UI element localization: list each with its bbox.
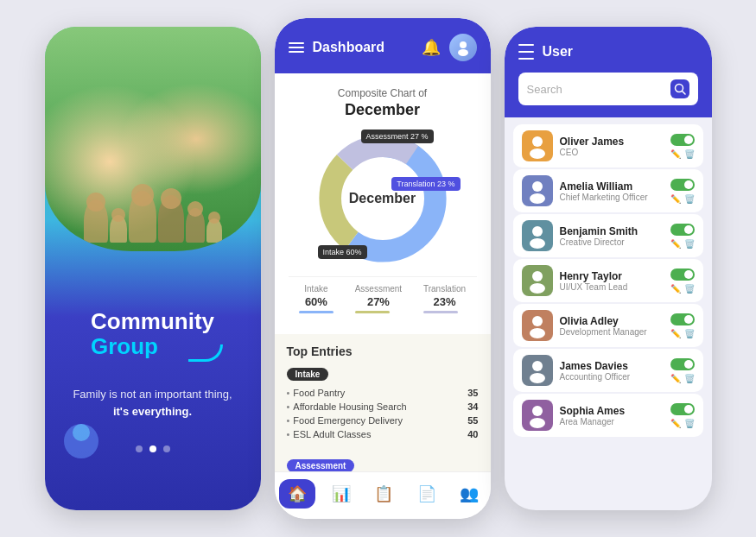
chart-icon: 📊 xyxy=(332,484,351,503)
brand-name: Community Group xyxy=(91,309,214,358)
user-actions-sophia: ✏️ 🗑️ xyxy=(670,403,695,428)
avatar-benjamin xyxy=(522,220,553,251)
search-container: Search xyxy=(505,73,712,117)
user-menu-icon[interactable] xyxy=(518,42,534,60)
dot-3[interactable] xyxy=(163,445,170,452)
svg-point-9 xyxy=(532,181,543,192)
edit-icon-henry[interactable]: ✏️ xyxy=(670,284,681,294)
dot-2[interactable] xyxy=(149,445,156,452)
toggle-amelia[interactable] xyxy=(670,179,695,191)
chart-title: December xyxy=(289,101,477,119)
tooltip-intake: Intake 60% xyxy=(318,245,367,259)
pagination-dots xyxy=(136,445,170,452)
toggle-oliver[interactable] xyxy=(670,134,695,146)
toggle-olivia[interactable] xyxy=(670,313,695,325)
nav-users[interactable]: 👥 xyxy=(453,481,486,507)
delete-icon-henry[interactable]: 🗑️ xyxy=(684,284,695,294)
user-actions-oliver: ✏️ 🗑️ xyxy=(670,134,695,159)
user-actions-amelia: ✏️ 🗑️ xyxy=(670,179,695,204)
entry-housing: •Affordable Housing Search 34 xyxy=(287,400,479,414)
phone-user: User Search Oliver James CEO xyxy=(505,27,712,510)
edit-icon-sophia[interactable]: ✏️ xyxy=(670,419,681,428)
user-list: Oliver James CEO ✏️ 🗑️ Amelia William Ch… xyxy=(505,117,712,510)
user-actions-olivia: ✏️ 🗑️ xyxy=(670,313,695,338)
user-info-oliver: Oliver James CEO xyxy=(560,136,664,157)
chart-legend: Intake 60% Assessment 27% Translation 23… xyxy=(289,276,477,320)
menu-icon[interactable] xyxy=(289,42,304,53)
avatar-amelia xyxy=(522,175,553,206)
avatar-henry xyxy=(522,265,553,296)
phone-community: Community Group Family is not an importa… xyxy=(45,27,261,510)
users-icon: 👥 xyxy=(460,484,479,503)
tooltip-assessment: Assessment 27 % xyxy=(361,130,434,143)
user-row-henry[interactable]: Henry Taylor UI/UX Team Lead ✏️ 🗑️ xyxy=(513,259,703,302)
svg-point-15 xyxy=(532,316,543,326)
family-photo xyxy=(45,27,261,251)
search-box: Search xyxy=(518,73,698,105)
toggle-sophia[interactable] xyxy=(670,403,695,415)
user-actions-james: ✏️ 🗑️ xyxy=(670,358,695,383)
svg-point-7 xyxy=(532,136,543,147)
user-actions-henry: ✏️ 🗑️ xyxy=(670,268,695,294)
search-button[interactable] xyxy=(670,79,689,98)
notification-icon[interactable]: 🔔 xyxy=(422,38,441,57)
edit-icon-amelia[interactable]: ✏️ xyxy=(670,194,681,204)
delete-icon-amelia[interactable]: 🗑️ xyxy=(684,194,695,204)
legend-intake: Intake 60% xyxy=(299,284,334,313)
legend-assessment: Assessment 27% xyxy=(355,284,402,313)
user-page-title: User xyxy=(543,44,574,60)
user-row-amelia[interactable]: Amelia William Chief Marketing Officer ✏… xyxy=(513,169,703,212)
user-row-oliver[interactable]: Oliver James CEO ✏️ 🗑️ xyxy=(513,124,703,167)
nav-list[interactable]: 📋 xyxy=(367,481,400,507)
entry-food-emergency: •Food Emergency Delivery 55 xyxy=(287,414,479,427)
legend-translation: Translation 23% xyxy=(423,284,466,313)
edit-icon-benjamin[interactable]: ✏️ xyxy=(670,239,681,249)
user-avatar[interactable] xyxy=(449,34,477,61)
dashboard-title: Dashboard xyxy=(313,40,385,55)
assessment-badge: Assessment xyxy=(287,459,355,471)
edit-icon-olivia[interactable]: ✏️ xyxy=(670,329,681,338)
delete-icon-olivia[interactable]: 🗑️ xyxy=(684,329,695,338)
delete-icon-sophia[interactable]: 🗑️ xyxy=(684,419,695,428)
brand-accent: Group xyxy=(91,333,158,359)
delete-icon-oliver[interactable]: 🗑️ xyxy=(684,149,695,159)
toggle-henry[interactable] xyxy=(670,268,695,281)
dashboard-header: Dashboard 🔔 xyxy=(275,18,491,73)
svg-point-1 xyxy=(458,49,468,56)
svg-point-14 xyxy=(530,283,545,294)
toggle-james[interactable] xyxy=(670,358,695,370)
user-row-sophia[interactable]: Sophia Ames Area Manager ✏️ 🗑️ xyxy=(513,394,703,437)
avatar-olivia xyxy=(522,310,553,341)
user-info-olivia: Olivia Adley Development Manager xyxy=(560,315,664,337)
toggle-benjamin[interactable] xyxy=(670,224,695,236)
user-info-sophia: Sophia Ames Area Manager xyxy=(560,405,664,426)
user-row-olivia[interactable]: Olivia Adley Development Manager ✏️ 🗑️ xyxy=(513,304,703,347)
search-placeholder[interactable]: Search xyxy=(527,83,664,96)
delete-icon-benjamin[interactable]: 🗑️ xyxy=(684,239,695,249)
donut-center-label: December xyxy=(349,191,416,206)
intake-badge: Intake xyxy=(287,368,329,381)
home-icon: 🏠 xyxy=(288,484,307,503)
doc-icon: 📄 xyxy=(417,484,436,503)
user-info-amelia: Amelia William Chief Marketing Officer xyxy=(560,180,664,202)
delete-icon-james[interactable]: 🗑️ xyxy=(684,374,695,383)
nav-home[interactable]: 🏠 xyxy=(279,479,315,509)
nav-chart[interactable]: 📊 xyxy=(325,481,358,507)
bottom-nav: 🏠 📊 📋 📄 👥 xyxy=(275,471,491,519)
edit-icon-oliver[interactable]: ✏️ xyxy=(670,149,681,159)
tooltip-translation: Translation 23 % xyxy=(391,177,460,191)
user-info-henry: Henry Taylor UI/UX Team Lead xyxy=(560,270,664,292)
user-row-james[interactable]: James Davies Accounting Officer ✏️ 🗑️ xyxy=(513,349,703,392)
dot-1[interactable] xyxy=(136,445,143,452)
svg-point-8 xyxy=(530,148,545,159)
nav-doc[interactable]: 📄 xyxy=(410,481,443,507)
top-entries-section: Top Entries Intake •Food Pantry 35 •Affo… xyxy=(275,334,491,471)
phone-dashboard: Dashboard 🔔 Composite Chart of December xyxy=(275,18,491,519)
svg-point-0 xyxy=(460,41,467,48)
svg-point-10 xyxy=(530,193,545,204)
svg-point-11 xyxy=(532,226,543,237)
svg-point-17 xyxy=(532,361,543,371)
avatar-james xyxy=(522,355,553,386)
edit-icon-james[interactable]: ✏️ xyxy=(670,374,681,383)
user-row-benjamin[interactable]: Benjamin Smith Creative Director ✏️ 🗑️ xyxy=(513,214,703,257)
